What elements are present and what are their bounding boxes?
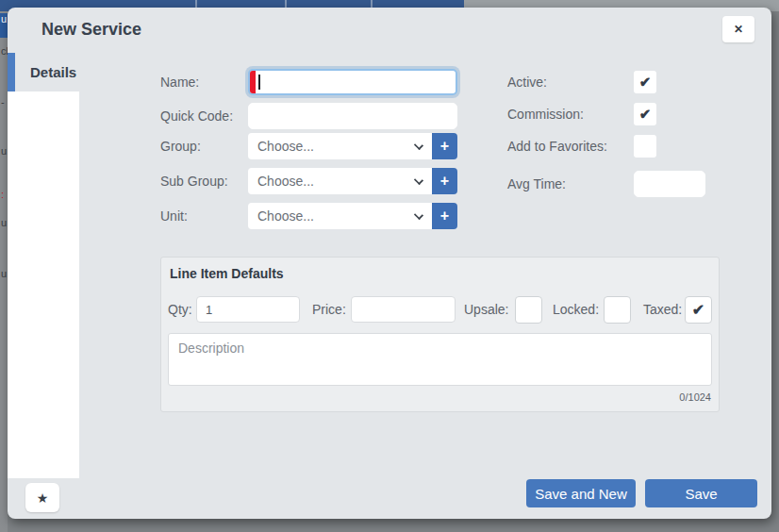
tab-details-label: Details	[15, 64, 76, 80]
unit-label: Unit:	[160, 208, 188, 224]
close-button[interactable]: ✕	[722, 16, 754, 42]
sub-group-label: Sub Group:	[160, 174, 228, 189]
chevron-down-icon	[414, 210, 423, 220]
quick-code-label: Quick Code:	[160, 108, 233, 124]
commission-checkbox[interactable]: ✔	[634, 103, 656, 125]
text-cursor	[258, 75, 260, 90]
sidebar-panel	[8, 91, 79, 478]
close-icon: ✕	[734, 23, 743, 36]
background-text-fragment: u	[0, 13, 8, 38]
qty-input[interactable]	[196, 296, 300, 323]
avg-time-input[interactable]	[634, 171, 705, 197]
qty-label: Qty:	[168, 302, 192, 317]
unit-select-value: Choose...	[257, 208, 314, 224]
active-tab-indicator	[8, 53, 15, 91]
sub-group-select-value: Choose...	[257, 174, 314, 189]
price-label: Price:	[312, 302, 346, 317]
add-unit-button[interactable]: +	[432, 203, 457, 229]
name-field-wrapper	[248, 69, 457, 95]
line-item-defaults-panel: Line Item Defaults Qty: Price: Upsale: L…	[160, 257, 720, 412]
chevron-down-icon	[414, 141, 423, 150]
character-counter: 0/1024	[679, 391, 711, 403]
commission-label: Commission:	[507, 107, 584, 122]
sub-group-select[interactable]: Choose...	[248, 168, 432, 194]
background-text-fragment: cl	[1, 45, 8, 57]
group-select-value: Choose...	[257, 139, 314, 154]
dialog-title: New Service	[41, 20, 141, 40]
chevron-down-icon	[414, 175, 423, 185]
locked-checkbox[interactable]	[604, 296, 631, 324]
group-select[interactable]: Choose...	[248, 133, 432, 159]
background-page-edge: u cl - u : u u	[0, 11, 8, 532]
favorite-button[interactable]: ★	[25, 483, 59, 512]
unit-select[interactable]: Choose...	[248, 203, 432, 229]
active-label: Active:	[507, 75, 547, 90]
active-checkbox[interactable]: ✔	[634, 71, 656, 93]
locked-label: Locked:	[553, 302, 599, 317]
price-input[interactable]	[351, 296, 456, 323]
new-service-dialog: New Service ✕ Details Name: Quick Code: …	[8, 8, 771, 519]
add-group-button[interactable]: +	[432, 133, 457, 159]
validation-error-stripe	[250, 71, 256, 93]
upsale-label: Upsale:	[464, 302, 508, 317]
background-text-fragment: -	[1, 96, 5, 108]
save-button[interactable]: Save	[645, 479, 757, 507]
quick-code-input[interactable]	[248, 103, 457, 129]
save-and-new-button[interactable]: Save and New	[526, 479, 636, 507]
plus-icon: +	[440, 173, 449, 189]
tab-details[interactable]: Details	[8, 53, 76, 91]
upsale-checkbox[interactable]	[515, 296, 542, 324]
name-input[interactable]	[261, 71, 450, 93]
name-label: Name:	[160, 75, 199, 90]
add-to-favorites-checkbox[interactable]	[634, 135, 656, 158]
background-text-fragment: :	[1, 189, 4, 200]
avg-time-label: Avg Time:	[507, 176, 566, 191]
taxed-label: Taxed:	[643, 302, 682, 317]
background-text-fragment: u	[1, 145, 7, 157]
background-text-fragment: u	[1, 268, 7, 279]
line-item-defaults-header: Line Item Defaults	[170, 266, 284, 281]
taxed-checkbox[interactable]: ✔	[685, 296, 712, 324]
star-icon: ★	[37, 490, 49, 506]
background-text-fragment: u	[1, 217, 7, 228]
description-textarea[interactable]	[168, 333, 712, 386]
plus-icon: +	[440, 138, 449, 154]
add-to-favorites-label: Add to Favorites:	[507, 139, 607, 154]
group-label: Group:	[160, 139, 201, 154]
add-sub-group-button[interactable]: +	[432, 168, 457, 194]
plus-icon: +	[440, 208, 449, 224]
